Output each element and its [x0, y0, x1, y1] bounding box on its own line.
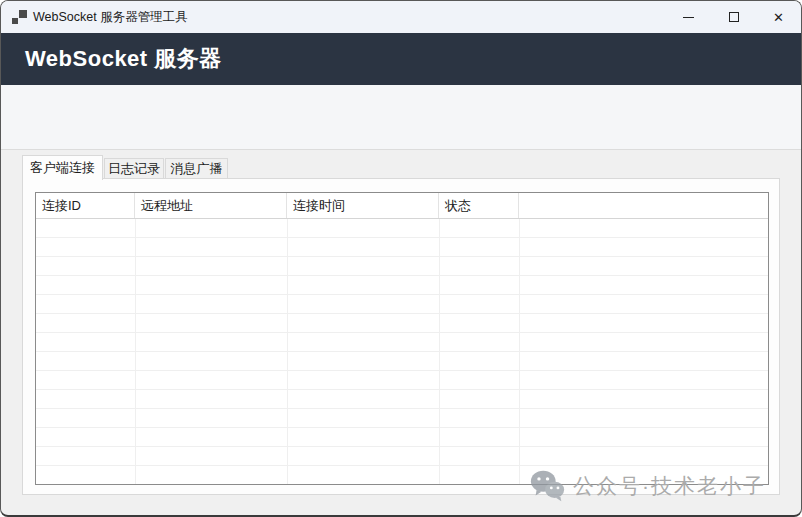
- tab-page-client-connections: 连接ID 远程地址 连接时间 状态: [22, 178, 780, 495]
- column-header-status[interactable]: 状态: [439, 193, 519, 218]
- watermark: 公众号·技术老小子: [529, 467, 766, 505]
- tab-broadcast[interactable]: 消息广播: [165, 158, 228, 179]
- watermark-text: 公众号·技术老小子: [573, 472, 766, 500]
- column-divider: [287, 219, 288, 484]
- app-window: WebSocket 服务器管理工具 ✕ WebSocket 服务器 端口号: 启…: [0, 0, 802, 517]
- tab-client-connections[interactable]: 客户端连接: [22, 155, 103, 180]
- maximize-icon: [729, 12, 739, 22]
- column-divider: [519, 219, 520, 484]
- maximize-button[interactable]: [711, 1, 756, 33]
- column-header-connection-id[interactable]: 连接ID: [36, 193, 135, 218]
- wechat-icon: [529, 467, 567, 505]
- titlebar: WebSocket 服务器管理工具 ✕: [1, 1, 801, 33]
- close-button[interactable]: ✕: [756, 1, 801, 33]
- column-divider: [135, 219, 136, 484]
- table-header-row: 连接ID 远程地址 连接时间 状态: [36, 193, 768, 219]
- column-divider: [439, 219, 440, 484]
- close-icon: ✕: [773, 10, 784, 25]
- tab-logs[interactable]: 日志记录: [104, 158, 164, 179]
- column-header-remote-address[interactable]: 远程地址: [135, 193, 287, 218]
- minimize-button[interactable]: [666, 1, 711, 33]
- app-header: WebSocket 服务器: [1, 33, 801, 85]
- column-header-connect-time[interactable]: 连接时间: [287, 193, 439, 218]
- connections-table: 连接ID 远程地址 连接时间 状态: [35, 192, 769, 485]
- app-window-icon: [12, 10, 27, 25]
- window-title: WebSocket 服务器管理工具: [33, 1, 188, 33]
- column-header-filler: [519, 193, 768, 218]
- page-title: WebSocket 服务器: [25, 44, 222, 74]
- control-bar: 端口号: 启动 停止 运行中 强制退出 已连接客户端 0: [1, 85, 801, 150]
- minimize-icon: [683, 17, 694, 18]
- table-body-empty: [36, 219, 768, 484]
